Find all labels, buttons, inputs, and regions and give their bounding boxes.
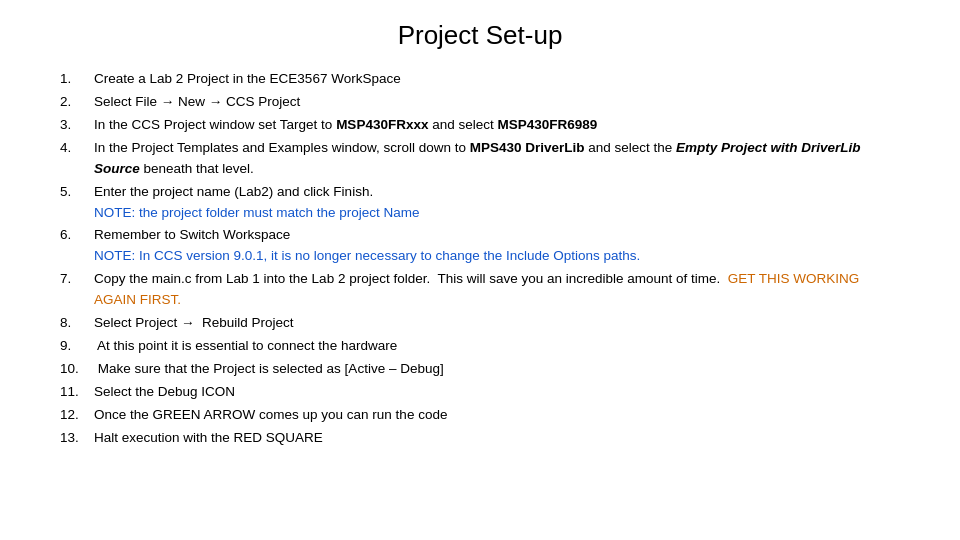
item-text: Select Project → Rebuild Project <box>94 313 294 334</box>
item-text: Once the GREEN ARROW comes up you can ru… <box>94 405 447 426</box>
item-text: Select File → New → CCS Project <box>94 92 300 113</box>
item-num: 8. <box>60 313 88 334</box>
bold-text: MPS430 DriverLib <box>470 140 585 155</box>
note-text: NOTE: the project folder must match the … <box>94 205 420 220</box>
list-item: 6. Remember to Switch Workspace NOTE: In… <box>60 225 900 267</box>
list-item: 1. Create a Lab 2 Project in the ECE3567… <box>60 69 900 90</box>
item-text: At this point it is essential to connect… <box>94 336 397 357</box>
item-text: Enter the project name (Lab2) and click … <box>94 182 420 224</box>
list-item: 5. Enter the project name (Lab2) and cli… <box>60 182 900 224</box>
bold-text: MSP430FRxxx <box>336 117 428 132</box>
item-num: 4. <box>60 138 88 180</box>
list-item: 13. Halt execution with the RED SQUARE <box>60 428 900 449</box>
item-text: Remember to Switch Workspace NOTE: In CC… <box>94 225 640 267</box>
item-text: Halt execution with the RED SQUARE <box>94 428 323 449</box>
instructions-list: 1. Create a Lab 2 Project in the ECE3567… <box>60 69 900 449</box>
item-text: In the Project Templates and Examples wi… <box>94 138 900 180</box>
list-item: 11. Select the Debug ICON <box>60 382 900 403</box>
list-item: 2. Select File → New → CCS Project <box>60 92 900 113</box>
item-num: 12. <box>60 405 88 426</box>
list-item: 10. Make sure that the Project is select… <box>60 359 900 380</box>
list-item: 3. In the CCS Project window set Target … <box>60 115 900 136</box>
page: Project Set-up 1. Create a Lab 2 Project… <box>0 0 960 540</box>
list-item: 9. At this point it is essential to conn… <box>60 336 900 357</box>
item-num: 10. <box>60 359 88 380</box>
note-text: NOTE: In CCS version 9.0.1, it is no lon… <box>94 248 640 263</box>
item-num: 3. <box>60 115 88 136</box>
bold-text: MSP430FR6989 <box>497 117 597 132</box>
list-item: 7. Copy the main.c from Lab 1 into the L… <box>60 269 900 311</box>
note-orange: GET THIS WORKING AGAIN FIRST. <box>94 271 859 307</box>
item-num: 9. <box>60 336 88 357</box>
item-text: In the CCS Project window set Target to … <box>94 115 597 136</box>
item-text: Copy the main.c from Lab 1 into the Lab … <box>94 269 900 311</box>
item-num: 7. <box>60 269 88 311</box>
item-text: Select the Debug ICON <box>94 382 235 403</box>
item-num: 13. <box>60 428 88 449</box>
item-num: 11. <box>60 382 88 403</box>
item-text: Create a Lab 2 Project in the ECE3567 Wo… <box>94 69 401 90</box>
page-title: Project Set-up <box>60 20 900 51</box>
item-num: 5. <box>60 182 88 224</box>
item-num: 1. <box>60 69 88 90</box>
item-text: Make sure that the Project is selected a… <box>94 359 444 380</box>
item-num: 6. <box>60 225 88 267</box>
list-item: 4. In the Project Templates and Examples… <box>60 138 900 180</box>
item-num: 2. <box>60 92 88 113</box>
list-item: 12. Once the GREEN ARROW comes up you ca… <box>60 405 900 426</box>
content-area: 1. Create a Lab 2 Project in the ECE3567… <box>60 69 900 449</box>
list-item: 8. Select Project → Rebuild Project <box>60 313 900 334</box>
